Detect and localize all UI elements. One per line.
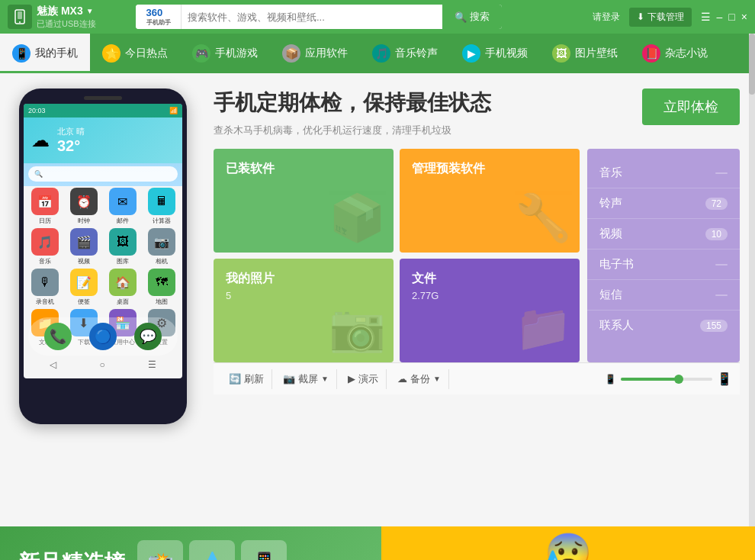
sms-badge <box>715 294 728 296</box>
bottom-toolbar: 🔄 刷新 📷 截屏 ▼ ▶ 演示 ☁ 备份 ▼ 📱 <box>214 362 740 394</box>
sms-sidebar-label: 短信 <box>599 288 622 302</box>
tile-preinstalled-apps[interactable]: 管理预装软件 🔧 <box>400 149 580 253</box>
banner-product-3[interactable]: 📱 <box>241 540 287 560</box>
nav-item-video[interactable]: ▶ 手机视频 <box>450 34 540 73</box>
phone-app-music[interactable]: 🎵 音乐 <box>27 228 63 266</box>
window-controls: ☰ – □ × <box>701 11 747 23</box>
menu-icon[interactable]: ☰ <box>701 11 711 23</box>
phone-app-recorder[interactable]: 🎙 录音机 <box>27 269 63 306</box>
phone-app-video[interactable]: 🎬 视频 <box>66 228 101 266</box>
phone-panel: 20:03 📶 ☁ 北京 晴 32° 🔍 <box>0 73 206 526</box>
video-icon: 🎬 <box>70 228 98 256</box>
sidebar-item-music[interactable]: 音乐 <box>587 158 740 188</box>
maps-label: 地图 <box>156 298 168 306</box>
sidebar-item-contacts[interactable]: 联系人 155 <box>587 311 740 340</box>
demo-button[interactable]: ▶ 演示 <box>340 369 387 389</box>
download-manager-button[interactable]: ⬇ 下载管理 <box>629 8 692 27</box>
phone-screen: 20:03 📶 ☁ 北京 晴 32° 🔍 <box>24 104 182 378</box>
backup-icon: ☁ <box>397 373 407 385</box>
phone-app-camera[interactable]: 📷 相机 <box>143 228 179 266</box>
ringtone-sidebar-label: 铃声 <box>599 196 622 211</box>
device-name: 魅族 MX3 ▼ <box>37 5 96 18</box>
close-button[interactable]: × <box>741 11 747 23</box>
phone-menu-btn[interactable]: ☰ <box>148 359 156 370</box>
phone-app-clock[interactable]: ⏰ 时钟 <box>66 188 101 225</box>
video-nav-icon: ▶ <box>462 44 480 63</box>
nav-item-hotspot[interactable]: ⭐ 今日热点 <box>90 34 180 73</box>
sidebar-item-ebook[interactable]: 电子书 <box>587 249 740 280</box>
content-sidebar: 音乐 铃声 72 视频 10 电子书 短信 <box>587 149 740 362</box>
tile-photos[interactable]: 我的照片 5 📷 <box>214 259 394 362</box>
tile-files-title: 文件 <box>412 271 567 287</box>
login-button[interactable]: 请登录 <box>593 11 620 24</box>
phone-app-desktop[interactable]: 🏠 桌面 <box>104 269 140 306</box>
wallpaper-nav-icon: 🖼 <box>552 44 570 63</box>
zoom-slider-track[interactable] <box>621 378 712 381</box>
banner-product-1[interactable]: 📸 <box>137 540 183 560</box>
phone-app-notes[interactable]: 📝 便签 <box>66 269 101 306</box>
music-label: 音乐 <box>39 257 51 266</box>
screenshot-dropdown[interactable]: ▼ <box>321 375 329 383</box>
nav-item-games[interactable]: 🎮 手机游戏 <box>180 34 270 73</box>
dock-browser[interactable]: 🔵 <box>89 323 117 350</box>
tile-files-size: 2.77G <box>412 290 567 301</box>
backup-button[interactable]: ☁ 备份 ▼ <box>390 369 449 389</box>
search-input[interactable] <box>182 11 442 23</box>
banner-left[interactable]: 新品精选榜 📸 💧 📱 <box>0 526 381 560</box>
contacts-sidebar-label: 联系人 <box>599 318 634 333</box>
tile-files[interactable]: 文件 2.77G 📁 <box>400 259 580 362</box>
nav-item-phone[interactable]: 📱 我的手机 <box>0 34 90 73</box>
sidebar-item-sms[interactable]: 短信 <box>587 280 740 311</box>
bottom-banner: 新品精选榜 📸 💧 📱 😰 我们考完啦！ © 历历软件园 .COM <box>0 526 755 560</box>
tile-installed-apps[interactable]: 已装软件 📦 <box>214 149 394 253</box>
nav-label-phone: 我的手机 <box>35 47 78 60</box>
refresh-button[interactable]: 🔄 刷新 <box>221 369 272 389</box>
nav-item-magazine[interactable]: 📕 杂志小说 <box>630 34 720 73</box>
phone-home-btn[interactable]: ○ <box>99 359 104 370</box>
phone-app-calendar[interactable]: 📅 日历 <box>27 188 63 225</box>
check-button[interactable]: 立即体检 <box>642 89 740 125</box>
desktop-label: 桌面 <box>117 298 129 306</box>
sidebar-item-video[interactable]: 视频 10 <box>587 219 740 249</box>
maximize-button[interactable]: □ <box>728 11 734 23</box>
clock-icon: ⏰ <box>70 188 98 215</box>
hero-section: 手机定期体检，保持最佳状态 查杀木马手机病毒，优化手机运行速度，清理手机垃圾 立… <box>214 89 740 137</box>
dock-phone[interactable]: 📞 <box>44 323 72 350</box>
backup-dropdown[interactable]: ▼ <box>433 375 441 383</box>
maps-icon: 🗺 <box>148 269 175 296</box>
scrollbar-thumb[interactable] <box>749 34 755 95</box>
nav-bar: 📱 我的手机 ⭐ 今日热点 🎮 手机游戏 📦 应用软件 🎵 音乐铃声 ▶ 手机视… <box>0 34 755 73</box>
nav-item-music[interactable]: 🎵 音乐铃声 <box>360 34 450 73</box>
search-button[interactable]: 🔍 搜索 <box>442 5 502 29</box>
sidebar-item-ringtone[interactable]: 铃声 72 <box>587 188 740 219</box>
tile-installed-icon: 📦 <box>329 191 386 245</box>
device-text: 魅族 MX3 ▼ 已通过USB连接 <box>37 5 96 30</box>
phone-back-btn[interactable]: ◁ <box>50 359 56 370</box>
video-sidebar-label: 视频 <box>599 227 622 241</box>
games-nav-icon: 🎮 <box>192 44 210 63</box>
banner-product-2[interactable]: 💧 <box>189 540 235 560</box>
tile-preinstalled-icon: 🔧 <box>515 191 572 245</box>
minimize-button[interactable]: – <box>717 11 723 23</box>
nav-item-apps[interactable]: 📦 应用软件 <box>270 34 360 73</box>
banner-right[interactable]: 😰 我们考完啦！ © 历历软件园 .COM <box>381 526 755 560</box>
dock-chat[interactable]: 💬 <box>134 323 162 350</box>
phone-app-email[interactable]: ✉ 邮件 <box>104 188 140 225</box>
dropdown-arrow[interactable]: ▼ <box>86 7 94 15</box>
nav-label-music: 音乐铃声 <box>395 47 438 60</box>
nav-item-wallpaper[interactable]: 🖼 图片壁纸 <box>540 34 630 73</box>
phone-search-bar[interactable]: 🔍 <box>28 166 178 182</box>
phone-app-calc[interactable]: 🖩 计算器 <box>143 188 179 225</box>
gallery-label: 图库 <box>117 257 129 266</box>
weather-icon: ☁ <box>31 130 50 151</box>
phone-small-icon: 📱 <box>605 374 616 385</box>
screenshot-button[interactable]: 📷 截屏 ▼ <box>275 369 337 389</box>
phone-nav-icon: 📱 <box>12 44 31 63</box>
screenshot-icon: 📷 <box>283 373 295 385</box>
phone-app-maps[interactable]: 🗺 地图 <box>143 269 179 306</box>
camera-icon: 📷 <box>148 228 175 256</box>
notes-label: 便签 <box>78 298 90 306</box>
nav-label-video: 手机视频 <box>485 47 528 60</box>
phone-app-gallery[interactable]: 🖼 图库 <box>104 228 140 266</box>
zoom-slider-thumb[interactable] <box>674 375 683 384</box>
